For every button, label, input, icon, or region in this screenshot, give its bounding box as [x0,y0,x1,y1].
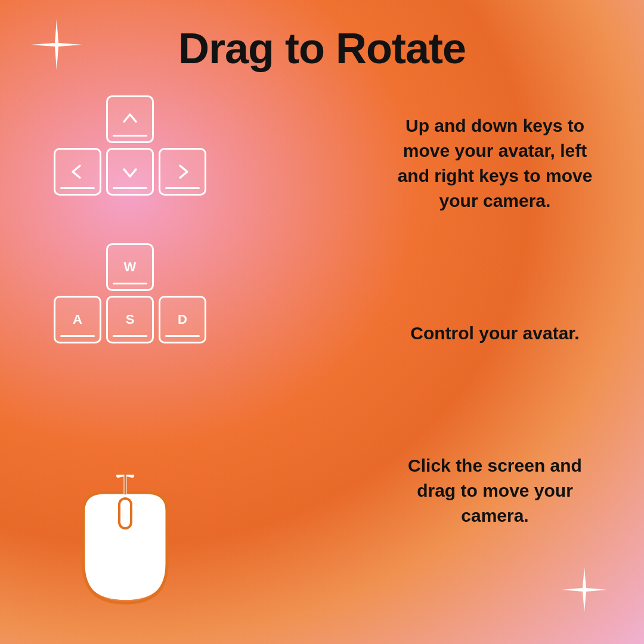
key-d: D [159,296,206,343]
key-right [159,148,206,196]
canvas: Drag to Rotate [0,0,644,644]
instruction-arrow-keys: Up and down keys to move your avatar, le… [382,95,608,231]
key-a: A [54,296,101,343]
instruction-mouse: Click the screen and drag to move your c… [382,435,608,546]
key-left [54,148,101,196]
mouse-section [78,475,173,608]
key-s: S [106,296,154,343]
page-title: Drag to Rotate [0,24,644,73]
instruction-wasd: Control your avatar. [382,303,608,364]
key-down [106,148,154,196]
key-up [106,95,154,143]
wasd-key-grid: W A S D [54,243,206,343]
arrow-key-grid [54,95,206,196]
arrow-keys-section: W A S D [54,95,206,343]
instructions-panel: Up and down keys to move your avatar, le… [382,95,608,546]
instruction-wasd-text: Control your avatar. [394,321,596,346]
sparkle-bottom-right-icon [561,566,608,620]
key-w: W [106,243,154,291]
instruction-mouse-text: Click the screen and drag to move your c… [394,453,596,528]
sparkle-top-left-icon [30,18,83,79]
mouse-icon [78,475,173,606]
instruction-arrow-keys-text: Up and down keys to move your avatar, le… [394,113,596,213]
